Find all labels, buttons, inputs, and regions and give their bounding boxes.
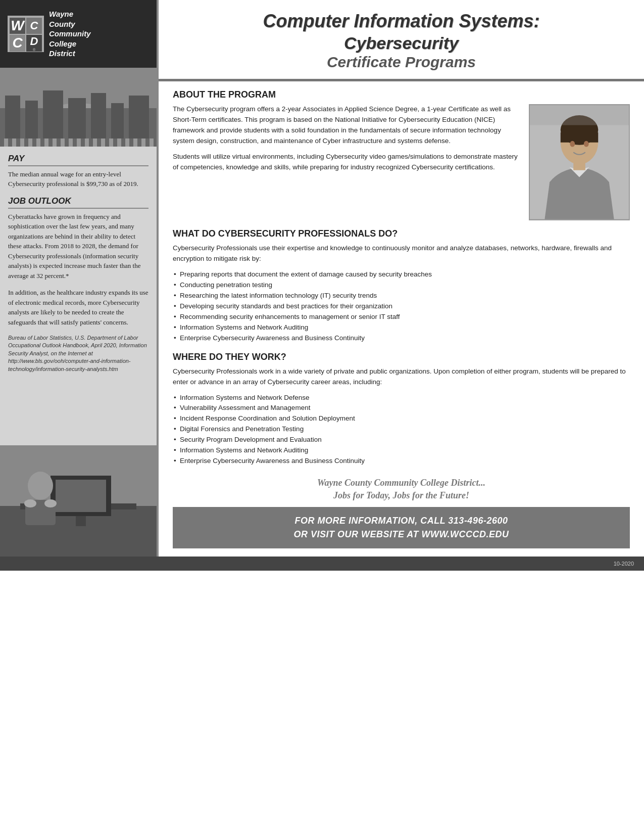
svg-rect-7 — [91, 93, 106, 138]
logo-c1: C — [26, 17, 42, 34]
org-line-3: Community — [49, 29, 91, 39]
svg-point-19 — [44, 499, 57, 507]
logo-c2: C — [9, 34, 26, 52]
svg-point-17 — [28, 472, 53, 500]
svg-point-28 — [584, 141, 589, 147]
where-work-bullet-3: Incident Response Coordination and Solut… — [173, 413, 630, 424]
citation: Bureau of Labor Statistics, U.S. Departm… — [8, 334, 148, 373]
svg-rect-4 — [25, 101, 38, 138]
svg-point-20 — [24, 499, 36, 507]
job-outlook-title: JOB OUTLOOK — [8, 196, 148, 209]
about-section: The Cybersecurity program offers a 2-yea… — [173, 104, 630, 220]
sidebar-logo: W C C D ® Wayne County Community College… — [0, 0, 157, 68]
about-text: The Cybersecurity program offers a 2-yea… — [173, 104, 521, 220]
page-date: 10-2020 — [614, 561, 634, 567]
what-do-bullets: Preparing reports that document the exte… — [173, 269, 630, 343]
footer-tagline: Wayne County Community College District.… — [173, 472, 630, 507]
where-work-bullet-5: Security Program Development and Evaluat… — [173, 435, 630, 445]
about-section-title: ABOUT THE PROGRAM — [173, 89, 630, 100]
org-name: Wayne County Community College District — [49, 9, 91, 59]
citation-text: Bureau of Labor Statistics, U.S. Departm… — [8, 335, 147, 372]
logo-w: W — [9, 17, 26, 34]
tagline-line-2: Jobs for Today, Jobs for the Future! — [183, 489, 620, 502]
main-content: Computer Information Systems: Cybersecur… — [157, 0, 644, 557]
svg-rect-8 — [111, 103, 124, 138]
svg-rect-29 — [530, 106, 629, 125]
where-work-intro: Cybersecurity Professionals work in a wi… — [173, 366, 630, 388]
what-do-bullet-2: Conducting penetration testing — [173, 280, 630, 291]
sidebar-bottom-image — [0, 445, 157, 557]
contact-line-1: FOR MORE INFORMATION, CALL 313-496-2600 — [183, 514, 620, 528]
svg-rect-5 — [43, 90, 63, 138]
main-body: ABOUT THE PROGRAM The Cybersecurity prog… — [159, 81, 644, 557]
sidebar-image-svg — [0, 68, 157, 138]
page-footer: 10-2020 — [0, 557, 644, 571]
job-outlook-text-2: In addition, as the healthcare industry … — [8, 288, 148, 327]
svg-rect-3 — [5, 96, 20, 138]
about-text-1: The Cybersecurity program offers a 2-yea… — [173, 104, 521, 147]
svg-rect-15 — [56, 480, 106, 512]
logo-d: D ® — [26, 34, 42, 52]
org-line-5: District — [49, 49, 91, 59]
where-work-bullet-2: Vulnerability Assessment and Management — [173, 403, 630, 413]
about-photo-svg — [530, 104, 629, 220]
where-work-bullet-6: Information Systems and Network Auditing — [173, 445, 630, 456]
svg-rect-26 — [573, 162, 585, 170]
what-do-bullet-4: Developing security standards and best p… — [173, 301, 630, 312]
about-photo — [529, 104, 630, 220]
what-do-bullet-3: Researching the latest information techn… — [173, 291, 630, 301]
main-subtitle: Certificate Programs — [174, 54, 629, 71]
main-title: Computer Information Systems: Cybersecur… — [174, 10, 629, 54]
what-do-intro: Cybersecurity Professionals use their ex… — [173, 243, 630, 264]
what-do-bullet-7: Enterprise Cybersecurity Awareness and B… — [173, 333, 630, 344]
pay-text: The median annual wage for an entry-leve… — [8, 169, 148, 189]
org-line-1: Wayne — [49, 9, 91, 19]
org-line-4: College — [49, 39, 91, 49]
pay-title: PAY — [8, 154, 148, 166]
where-work-bullet-4: Digital Forensics and Penetration Testin… — [173, 424, 630, 435]
svg-rect-9 — [129, 96, 149, 138]
contact-line-2: OR VISIT OUR WEBSITE AT WWW.WCCCD.EDU — [183, 528, 620, 541]
job-outlook-text-1: Cyberattacks have grown in frequency and… — [8, 212, 148, 281]
main-header: Computer Information Systems: Cybersecur… — [159, 0, 644, 81]
svg-rect-16 — [76, 516, 86, 526]
sidebar-top-image — [0, 68, 157, 138]
org-line-2: County — [49, 19, 91, 29]
about-text-2: Students will utilize virtual environmen… — [173, 152, 521, 173]
where-work-title: WHERE DO THEY WORK? — [173, 352, 630, 362]
main-subtitle-cyber: Cybersecurity — [344, 33, 459, 53]
footer-contact: FOR MORE INFORMATION, CALL 313-496-2600 … — [173, 507, 630, 548]
bottom-image-svg — [0, 445, 157, 557]
wcccd-logo: W C C D ® — [8, 16, 44, 52]
svg-rect-6 — [68, 98, 86, 138]
page: W C C D ® Wayne County Community College… — [0, 0, 644, 834]
sidebar: W C C D ® Wayne County Community College… — [0, 0, 157, 557]
what-do-bullet-5: Recommending security enhancements to ma… — [173, 312, 630, 322]
svg-point-27 — [570, 141, 575, 147]
sidebar-content: PAY The median annual wage for an entry-… — [0, 147, 157, 446]
what-do-title: WHAT DO CYBERSECURITY PROFESSIONALS DO? — [173, 228, 630, 239]
stripe-divider-top — [0, 138, 157, 147]
svg-rect-25 — [561, 133, 598, 143]
where-work-bullet-7: Enterprise Cybersecurity Awareness and B… — [173, 456, 630, 467]
tagline-line-1: Wayne County Community College District.… — [183, 477, 620, 489]
what-do-bullet-6: Information Systems and Network Auditing — [173, 322, 630, 333]
what-do-bullet-1: Preparing reports that document the exte… — [173, 269, 630, 280]
where-work-bullet-1: Information Systems and Network Defense — [173, 393, 630, 403]
where-work-bullets: Information Systems and Network Defense … — [173, 393, 630, 467]
header-row: W C C D ® Wayne County Community College… — [0, 0, 644, 557]
